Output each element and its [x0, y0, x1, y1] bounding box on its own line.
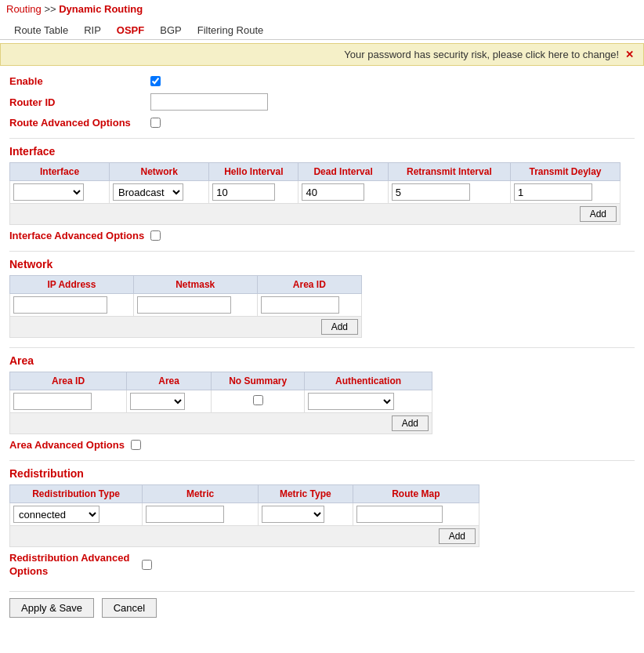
- interface-advanced-checkbox[interactable]: [150, 230, 161, 241]
- redistribution-advanced-label: Redistribution AdvancedOptions: [9, 552, 129, 579]
- network-table: IP Address Netmask Area ID Add: [9, 275, 362, 338]
- alert-bar[interactable]: Your password has security risk, please …: [0, 43, 644, 66]
- route-advanced-row: Route Advanced Options: [9, 117, 635, 129]
- interface-table: Interface Network Hello Interval Dead In…: [9, 162, 620, 225]
- area-col-nosummary: No Summary: [212, 372, 305, 390]
- main-content: Enable Router ID Route Advanced Options …: [0, 69, 644, 630]
- area-section-title: Area: [9, 347, 635, 367]
- cancel-button[interactable]: Cancel: [102, 598, 157, 618]
- retransmit-interval-input[interactable]: [392, 183, 470, 201]
- network-col-netmask: Netmask: [133, 276, 257, 294]
- network-section: IP Address Netmask Area ID Add: [9, 275, 362, 338]
- network-ip-input[interactable]: [13, 296, 107, 314]
- area-advanced-options: Area Advanced Options: [9, 439, 635, 451]
- interface-section-title: Interface: [9, 138, 635, 158]
- router-id-input[interactable]: [150, 93, 268, 111]
- interface-advanced-options: Interface Advanced Options: [9, 230, 635, 241]
- transmit-delay-input[interactable]: [514, 183, 592, 201]
- redistribution-table: Redistribution Type Metric Metric Type R…: [9, 484, 479, 547]
- redist-col-routemap: Route Map: [353, 485, 479, 503]
- alert-message: Your password has security risk, please …: [344, 49, 619, 60]
- network-netmask-input[interactable]: [137, 296, 231, 314]
- nav-tabs: Route Table RIP OSPF BGP Filtering Route: [0, 18, 644, 40]
- interface-add-row: Add: [10, 204, 620, 225]
- breadcrumb-parent[interactable]: Routing: [6, 3, 42, 15]
- area-advanced-checkbox[interactable]: [131, 440, 141, 450]
- area-col-id: Area ID: [10, 372, 127, 390]
- interface-col-transmit: Transmit Deylay: [511, 163, 620, 181]
- interface-col-retransmit: Retransmit Interval: [388, 163, 510, 181]
- redist-metric-type-select[interactable]: 1 2: [262, 506, 324, 523]
- area-col-auth: Authentication: [305, 372, 432, 390]
- area-data-row: Simple MD5: [10, 390, 432, 413]
- alert-close[interactable]: ✕: [625, 49, 634, 60]
- interface-add-button[interactable]: Add: [580, 206, 617, 222]
- area-auth-select[interactable]: Simple MD5: [308, 393, 394, 410]
- area-id-input[interactable]: [13, 393, 92, 410]
- interface-col-dead: Dead Interval: [298, 163, 388, 181]
- hello-interval-input[interactable]: [212, 183, 275, 201]
- redistribution-advanced-checkbox[interactable]: [142, 560, 152, 570]
- network-select[interactable]: Broadcast Point-to-Point NBMA: [113, 183, 183, 201]
- redist-type-select[interactable]: connected static rip bgp: [13, 506, 99, 523]
- redistribution-add-row: Add: [10, 526, 479, 547]
- enable-label: Enable: [9, 75, 150, 87]
- breadcrumb: Routing >> Dynamic Routing: [0, 0, 644, 18]
- redistribution-add-button[interactable]: Add: [439, 528, 476, 544]
- redistribution-data-row: connected static rip bgp 1 2: [10, 503, 479, 526]
- interface-advanced-label: Interface Advanced Options: [9, 230, 144, 241]
- redist-col-type: Redistribution Type: [10, 485, 143, 503]
- footer-buttons: Apply & Save Cancel: [9, 591, 635, 624]
- area-table: Area ID Area No Summary Authentication: [9, 372, 432, 434]
- apply-save-button[interactable]: Apply & Save: [9, 598, 94, 618]
- breadcrumb-separator: >>: [44, 3, 59, 15]
- interface-section: Interface Network Hello Interval Dead In…: [9, 162, 620, 225]
- breadcrumb-current: Dynamic Routing: [59, 3, 143, 15]
- redist-col-metric-type: Metric Type: [258, 485, 353, 503]
- route-advanced-label: Route Advanced Options: [9, 117, 150, 129]
- tab-bgp[interactable]: BGP: [152, 21, 189, 39]
- interface-data-row: Broadcast Point-to-Point NBMA: [10, 181, 620, 204]
- enable-row: Enable: [9, 75, 635, 87]
- redist-routemap-input[interactable]: [356, 506, 443, 523]
- redistribution-section: Redistribution Type Metric Metric Type R…: [9, 484, 479, 547]
- area-select[interactable]: [130, 393, 185, 410]
- area-add-button[interactable]: Add: [392, 415, 429, 431]
- tab-ospf[interactable]: OSPF: [109, 21, 152, 39]
- enable-checkbox[interactable]: [150, 76, 161, 86]
- tab-filtering-route[interactable]: Filtering Route: [190, 21, 272, 39]
- interface-select[interactable]: [13, 183, 84, 201]
- route-advanced-checkbox[interactable]: [150, 118, 161, 128]
- network-add-row: Add: [10, 317, 362, 338]
- redistribution-advanced-options: Redistribution AdvancedOptions: [9, 552, 635, 579]
- network-col-ip: IP Address: [10, 276, 134, 294]
- redistribution-section-title: Redistribution: [9, 460, 635, 480]
- router-id-label: Router ID: [9, 96, 150, 108]
- network-col-area: Area ID: [257, 276, 361, 294]
- tab-rip[interactable]: RIP: [76, 21, 109, 39]
- interface-col-network: Network: [110, 163, 209, 181]
- network-add-button[interactable]: Add: [321, 319, 358, 335]
- area-col-area: Area: [127, 372, 212, 390]
- interface-col-interface: Interface: [10, 163, 110, 181]
- area-nosummary-checkbox[interactable]: [253, 395, 263, 405]
- area-add-row: Add: [10, 413, 432, 434]
- redist-col-metric: Metric: [143, 485, 259, 503]
- redist-metric-input[interactable]: [146, 506, 224, 523]
- dead-interval-input[interactable]: [302, 183, 364, 201]
- network-section-title: Network: [9, 251, 635, 270]
- network-areaid-input[interactable]: [261, 296, 339, 314]
- router-id-row: Router ID: [9, 93, 635, 111]
- area-advanced-label: Area Advanced Options: [9, 439, 125, 451]
- tab-route-table[interactable]: Route Table: [6, 21, 76, 39]
- interface-col-hello: Hello Interval: [209, 163, 298, 181]
- area-section: Area ID Area No Summary Authentication: [9, 372, 432, 434]
- network-data-row: [10, 294, 362, 317]
